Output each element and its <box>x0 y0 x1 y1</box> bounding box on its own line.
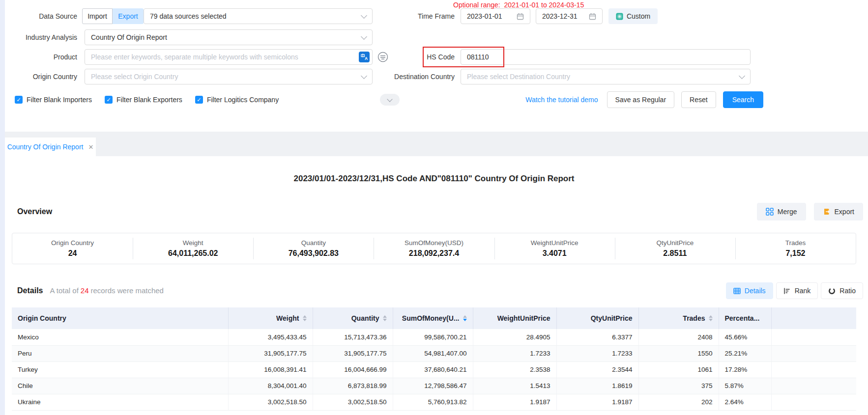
product-keywords-input[interactable] <box>85 49 373 65</box>
destination-country-select[interactable]: Please select Destination Country <box>461 69 751 84</box>
svg-text:A: A <box>365 56 368 61</box>
table-cell: 202 <box>638 394 719 410</box>
table-cell: 1061 <box>638 361 719 378</box>
column-header-weight-unit-price: WeightUnitPrice <box>473 307 556 329</box>
start-date-value: 2023-01-01 <box>467 12 502 20</box>
table-cell: 45.66% <box>719 329 771 345</box>
stat-label: SumOfMoney(USD) <box>405 239 463 247</box>
table-cell: 15,713,473.36 <box>313 329 393 345</box>
checkbox-filter-blank-importers[interactable]: Filter Blank Importers <box>15 96 92 104</box>
ratio-view-label: Ratio <box>839 287 856 295</box>
column-header-qty-unit-price: QtyUnitPrice <box>556 307 638 329</box>
column-header-filler <box>771 307 856 329</box>
industry-analysis-value: Country Of Origin Report <box>91 33 167 41</box>
sort-icon <box>383 315 387 321</box>
keyword-list-icon[interactable] <box>377 52 388 62</box>
translate-icon[interactable]: A <box>359 52 370 62</box>
collapse-filters-button[interactable] <box>380 94 400 106</box>
stat-qty-unit-price: QtyUnitPrice2.8511 <box>615 233 735 264</box>
rank-view-button[interactable]: Rank <box>776 282 818 299</box>
table-cell: 2.64% <box>719 394 771 410</box>
hs-code-label: HS Code <box>388 49 455 65</box>
checkbox-filter-logitics-company[interactable]: Filter Logitics Company <box>195 96 279 104</box>
reset-button[interactable]: Reset <box>681 91 716 108</box>
table-row: Mexico3,495,433.4515,713,473.3699,586,70… <box>12 329 856 345</box>
table-cell: 3,002,518.50 <box>228 394 313 410</box>
table-cell: 16,008,391.41 <box>228 361 313 378</box>
tab-close-icon[interactable]: ✕ <box>88 143 93 151</box>
merge-button[interactable]: Merge <box>757 203 806 221</box>
table-row: Turkey16,008,391.4116,004,666.9937,680,6… <box>12 361 856 378</box>
destination-country-label: Destination Country <box>388 69 455 84</box>
table-cell: 12,798,586.47 <box>393 378 473 394</box>
industry-analysis-select[interactable]: Country Of Origin Report <box>85 29 373 45</box>
records-matched-suffix: records were matched <box>91 286 164 295</box>
end-date-input[interactable]: 2023-12-31 <box>536 8 603 24</box>
details-view-button[interactable]: Details <box>726 282 773 299</box>
ratio-view-button[interactable]: Ratio <box>821 282 863 299</box>
details-view-label: Details <box>745 287 766 295</box>
column-header-sum-of-money[interactable]: SumOfMoney(U... <box>393 307 473 329</box>
table-cell: 1.5413 <box>473 378 556 394</box>
table-cell: 1.7233 <box>556 345 638 361</box>
rank-icon <box>783 287 791 295</box>
stat-weight: Weight64,011,265.02 <box>133 233 253 264</box>
table-icon <box>733 287 741 295</box>
origin-country-select[interactable]: Please select Origin Country <box>85 69 373 84</box>
table-cell: Ukraine <box>12 394 228 410</box>
calendar-icon <box>517 13 524 20</box>
checked-checkbox-icon <box>195 96 203 104</box>
custom-range-button[interactable]: Custom <box>608 8 658 24</box>
search-button[interactable]: Search <box>723 91 763 108</box>
tab-label: Country Of Origin Report <box>7 143 84 151</box>
table-cell: 8,304,001.40 <box>228 378 313 394</box>
checkbox-label: Filter Logitics Company <box>207 96 279 104</box>
tutorial-link[interactable]: Watch the tutorial demo <box>525 96 598 104</box>
hs-code-input[interactable] <box>461 49 751 65</box>
table-cell: Turkey <box>12 361 228 378</box>
calendar-icon <box>589 13 596 20</box>
save-as-regular-button[interactable]: Save as Regular <box>607 91 675 108</box>
merge-icon <box>766 208 774 216</box>
data-source-select[interactable]: 79 data sources selected <box>144 8 373 24</box>
tab-country-of-origin-report[interactable]: Country Of Origin Report ✕ <box>5 138 96 156</box>
table-row: Peru31,905,177.7531,905,177.7554,981,407… <box>12 345 856 361</box>
origin-country-label: Origin Country <box>0 69 77 84</box>
column-header-weight[interactable]: Weight <box>228 307 313 329</box>
checkbox-label: Filter Blank Importers <box>27 96 92 104</box>
stat-sum-of-money: SumOfMoney(USD)218,092,237.4 <box>374 233 494 264</box>
table-row: Chile8,304,001.406,873,818.9912,798,586.… <box>12 378 856 394</box>
stat-weight-unit-price: WeightUnitPrice3.4071 <box>494 233 615 264</box>
time-frame-label: Time Frame <box>388 8 455 24</box>
data-source-select-value: 79 data sources selected <box>150 12 227 20</box>
column-header-trades[interactable]: Trades <box>638 307 719 329</box>
checked-checkbox-icon <box>105 96 113 104</box>
stat-label: Quantity <box>301 239 326 247</box>
report-title: 2023/01/01-2023/12/31,HS Code AND"081110… <box>0 174 868 184</box>
export-button[interactable]: Export <box>814 203 863 221</box>
records-matched-text: A total of24records were matched <box>50 286 163 295</box>
filter-checkbox-group: Filter Blank Importers Filter Blank Expo… <box>15 91 279 108</box>
origin-country-placeholder: Please select Origin Country <box>91 73 178 81</box>
custom-grid-icon <box>616 13 623 20</box>
export-toggle-button[interactable]: Export <box>113 8 144 24</box>
table-cell: 1.8619 <box>556 378 638 394</box>
column-header-quantity[interactable]: Quantity <box>313 307 393 329</box>
table-cell: Chile <box>12 378 228 394</box>
chevron-down-icon <box>361 73 367 79</box>
table-cell: 3,495,433.45 <box>228 329 313 345</box>
chevron-down-icon <box>361 12 367 19</box>
start-date-input[interactable]: 2023-01-01 <box>461 8 530 24</box>
table-cell: 31,905,177.75 <box>313 345 393 361</box>
checkbox-filter-blank-exporters[interactable]: Filter Blank Exporters <box>105 96 182 104</box>
industry-analysis-label: Industry Analysis <box>0 29 77 45</box>
filter-panel: Optional range: 2021-01-01 to 2024-03-15… <box>0 0 868 132</box>
import-toggle-button[interactable]: Import <box>82 8 113 24</box>
column-header-percentage: Percenta... <box>719 307 771 329</box>
table-cell: 1550 <box>638 345 719 361</box>
table-cell: 54,981,407.00 <box>393 345 473 361</box>
page: Optional range: 2021-01-01 to 2024-03-15… <box>0 0 868 415</box>
chevron-down-icon <box>739 73 745 79</box>
stat-value: 24 <box>68 249 77 258</box>
table-cell: 25.21% <box>719 345 771 361</box>
